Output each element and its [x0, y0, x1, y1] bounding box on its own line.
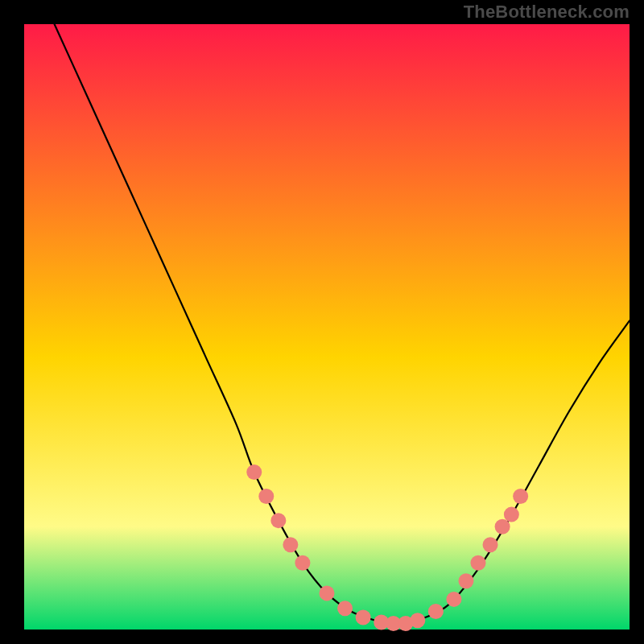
chart-canvas: [0, 0, 644, 644]
highlight-dot: [410, 613, 425, 628]
highlight-dot: [458, 573, 473, 588]
highlight-dot: [495, 519, 510, 535]
highlight-dot: [446, 592, 461, 607]
highlight-dot: [483, 537, 498, 552]
highlight-dot: [513, 489, 528, 504]
highlight-dot: [504, 507, 519, 522]
highlight-dot: [320, 585, 335, 601]
highlight-dot: [258, 489, 274, 504]
highlight-dot: [356, 609, 371, 625]
highlight-dot: [295, 555, 310, 571]
highlight-dot: [337, 601, 353, 616]
highlight-dot: [270, 513, 286, 528]
highlight-dot: [283, 537, 298, 552]
bottleneck-chart: TheBottleneck.com: [0, 0, 644, 644]
watermark-text: TheBottleneck.com: [464, 2, 630, 23]
plot-gradient-background: [24, 24, 630, 630]
highlight-dot: [246, 464, 262, 480]
highlight-dot: [428, 604, 444, 619]
highlight-dot: [471, 555, 486, 571]
